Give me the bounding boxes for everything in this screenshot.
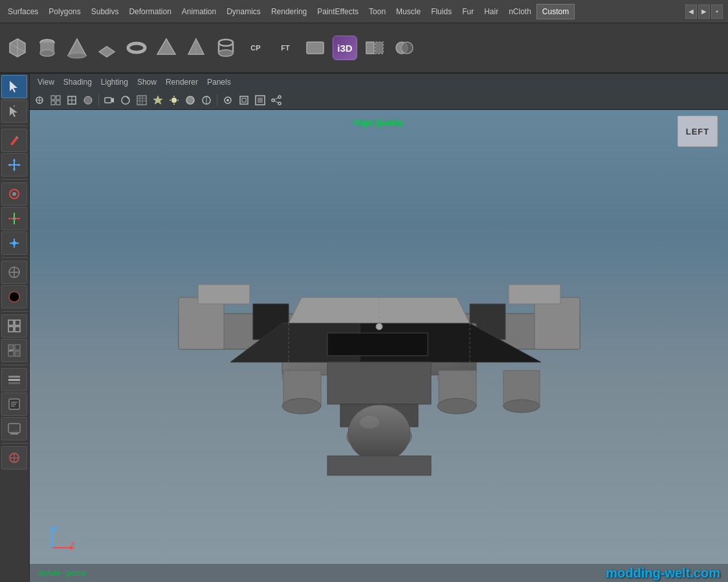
vp-menu-view[interactable]: View: [34, 76, 58, 88]
nav-max-button[interactable]: ▪: [711, 5, 723, 19]
svg-point-134: [360, 416, 379, 429]
menu-item-rendering[interactable]: Rendering: [266, 5, 312, 19]
left-tool-layers[interactable]: [1, 368, 27, 391]
vp-tool-alllight-icon[interactable]: [167, 93, 181, 107]
tool-shape1[interactable]: [302, 34, 329, 61]
left-tool-display[interactable]: [1, 417, 27, 440]
left-tool-scale[interactable]: [1, 207, 27, 230]
vp-tool-sphere-icon[interactable]: [183, 93, 197, 107]
left-tool-universal[interactable]: [1, 261, 27, 284]
nav-left-button[interactable]: ◀: [685, 5, 697, 19]
nav-right-button[interactable]: ▶: [698, 5, 710, 19]
menu-item-animation[interactable]: Animation: [177, 5, 221, 19]
svg-marker-8: [99, 47, 115, 57]
menu-item-fluids[interactable]: Fluids: [426, 5, 457, 19]
left-tool-script[interactable]: [1, 393, 27, 416]
tool-boolean[interactable]: [391, 34, 418, 61]
menu-item-custom[interactable]: Custom: [536, 4, 575, 19]
menu-item-surfaces[interactable]: Surfaces: [3, 5, 43, 19]
vp-tool-texture-icon[interactable]: [135, 93, 149, 107]
menu-item-painteffects[interactable]: PaintEffects: [312, 5, 364, 19]
main-area: View Shading Lighting Show Renderer Pane…: [0, 74, 728, 582]
tool-cylinder[interactable]: [34, 34, 61, 61]
vp-menu-panels[interactable]: Panels: [203, 76, 235, 88]
svg-point-101: [272, 99, 274, 102]
svg-text:y: y: [54, 524, 58, 532]
tool-pyramid[interactable]: [182, 34, 210, 61]
tool-mirror[interactable]: [361, 34, 388, 61]
isolate-label: Isolate : persp: [38, 568, 86, 577]
svg-rect-106: [179, 297, 224, 349]
svg-rect-44: [8, 320, 14, 325]
svg-rect-19: [375, 42, 383, 54]
svg-point-126: [437, 398, 476, 414]
svg-rect-130: [327, 362, 431, 404]
tool-cp[interactable]: CP: [242, 34, 269, 61]
svg-text:x: x: [71, 539, 75, 547]
vp-menu-show[interactable]: Show: [133, 76, 160, 88]
menu-item-muscle[interactable]: Muscle: [391, 5, 426, 19]
svg-point-76: [84, 96, 92, 104]
vp-tool-camera-icon[interactable]: [102, 93, 116, 107]
tool-plane[interactable]: [93, 34, 120, 61]
svg-rect-135: [327, 456, 431, 475]
vp-tool-keep-icon[interactable]: [253, 93, 267, 107]
menu-item-fur[interactable]: Fur: [457, 5, 479, 19]
left-tool-snap-bottom[interactable]: [1, 446, 27, 469]
svg-rect-70: [56, 96, 60, 100]
vp-tool-shading-icon[interactable]: [118, 93, 133, 107]
menu-item-ncloth[interactable]: nCloth: [503, 5, 536, 19]
svg-rect-54: [8, 379, 20, 381]
vp-tool-wireframe-icon[interactable]: [65, 93, 79, 107]
svg-rect-18: [366, 42, 374, 54]
vp-tool-share-icon[interactable]: [269, 93, 283, 107]
svg-point-129: [503, 400, 540, 413]
3d-model-container: [30, 109, 728, 582]
tool-cone[interactable]: [63, 34, 91, 61]
tool-prism[interactable]: [153, 34, 180, 61]
left-tool-soft[interactable]: [1, 285, 27, 308]
svg-point-13: [219, 39, 233, 46]
vp-toolbar: [30, 91, 728, 110]
left-tool-grid1[interactable]: [1, 314, 27, 338]
vp-tool-lighting2-icon[interactable]: [151, 93, 165, 107]
left-tool-rotate[interactable]: [1, 182, 27, 206]
left-tool-transform[interactable]: [1, 100, 27, 123]
vp-tool-grid-icon[interactable]: [49, 93, 63, 107]
viewport[interactable]: View Shading Lighting Show Renderer Pane…: [30, 74, 728, 582]
svg-point-5: [40, 50, 54, 56]
vp-tool-reflections-icon[interactable]: [199, 93, 214, 107]
svg-marker-23: [10, 107, 17, 117]
vp-tool-select-icon[interactable]: [32, 93, 47, 107]
menu-item-deformation[interactable]: Deformation: [124, 5, 176, 19]
svg-rect-17: [307, 42, 324, 54]
menu-item-polygons[interactable]: Polygons: [43, 5, 85, 19]
left-tool-paint[interactable]: [1, 129, 27, 152]
tool-pipe[interactable]: [212, 34, 239, 61]
vp-tool-frame-icon[interactable]: [237, 93, 251, 107]
vp-tool-isolate-icon[interactable]: [221, 93, 235, 107]
svg-rect-60: [8, 424, 20, 433]
left-tool-grid2[interactable]: [1, 339, 27, 362]
svg-point-136: [376, 323, 382, 330]
tool-i3d[interactable]: i3D: [331, 34, 358, 61]
vp-menu-renderer[interactable]: Renderer: [162, 76, 202, 88]
menu-item-dynamics[interactable]: Dynamics: [221, 5, 266, 19]
svg-rect-77: [105, 98, 111, 103]
svg-marker-31: [18, 164, 21, 166]
menu-item-toon[interactable]: Toon: [364, 5, 391, 19]
tool-torus[interactable]: [123, 34, 150, 61]
left-tool-move[interactable]: [1, 153, 27, 177]
menu-item-subdivs[interactable]: Subdivs: [86, 5, 124, 19]
vp-menu-shading[interactable]: Shading: [60, 76, 96, 88]
left-tool-snap[interactable]: [1, 232, 27, 255]
vp-menu-lighting[interactable]: Lighting: [97, 76, 132, 88]
svg-marker-22: [10, 81, 17, 92]
tool-cube[interactable]: [4, 34, 31, 61]
svg-point-7: [68, 53, 86, 58]
menu-item-hair[interactable]: Hair: [479, 5, 503, 19]
left-tool-select[interactable]: [1, 75, 27, 98]
svg-rect-110: [535, 297, 580, 349]
tool-ft[interactable]: FT: [272, 34, 299, 61]
vp-tool-smooth-icon[interactable]: [81, 93, 95, 107]
